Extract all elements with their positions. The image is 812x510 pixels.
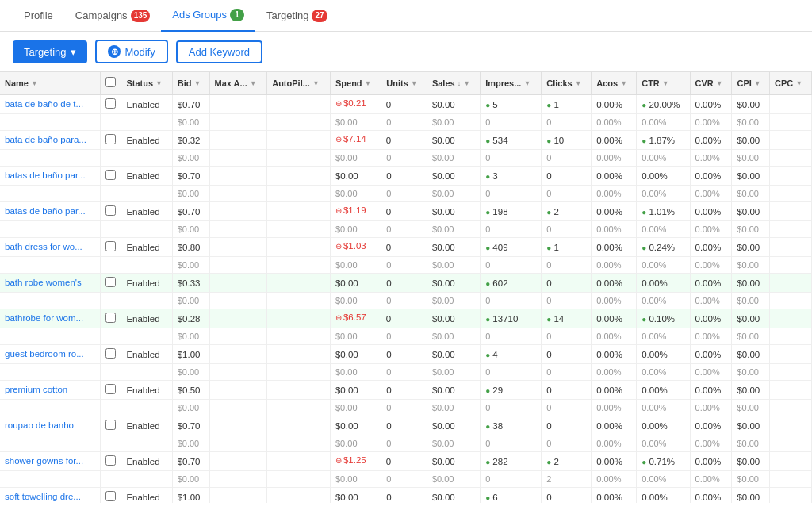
bid-filter-icon[interactable]: ▼ [193,79,201,87]
row-name-link[interactable]: bath dress for wo... [5,242,82,251]
row-name-link[interactable]: roupao de banho [5,420,74,430]
cell-ctr: ● 20.00% [637,94,690,114]
cell-status: Enabled [121,167,172,186]
clicks-filter-icon[interactable]: ▼ [575,79,582,87]
modify-button[interactable]: ⊕ Modify [95,40,167,63]
add-keyword-button[interactable]: Add Keyword [176,40,262,63]
max-a-filter-icon[interactable]: ▼ [250,79,257,87]
sub-cell-checkbox [101,471,121,488]
sub-cell-bid: $0.00 [172,435,209,452]
cell-checkbox [101,345,121,364]
autopil-filter-icon[interactable]: ▼ [312,79,320,87]
cell-clicks: 0 [542,488,592,504]
impressions-filter-icon[interactable]: ▼ [523,79,530,87]
sub-cell-spend: $0.00 [330,293,381,309]
cell-bid: $1.00 [172,345,209,364]
cell-checkbox [101,202,121,221]
sales-filter-icon[interactable]: ▼ [463,79,470,87]
col-cpi: CPI ▼ [732,72,770,94]
sub-cell-cpi: $0.00 [732,328,770,345]
select-all-checkbox[interactable] [105,77,116,87]
cell-acos: 0.00% [592,238,637,257]
row-checkbox[interactable] [105,241,116,251]
row-checkbox[interactable] [105,205,116,216]
row-name-link[interactable]: bathrobe for wom... [5,313,83,323]
ctr-filter-icon[interactable]: ▼ [662,79,669,87]
row-name-link[interactable]: premium cotton [5,385,67,394]
sub-cell-bid: $0.00 [172,293,209,309]
cell-ctr: 0.00% [637,167,690,186]
ctr-green-dot: ● [642,243,646,252]
sub-cell-impressions: 0 [481,328,542,345]
sub-cell-bid: $0.00 [172,471,209,488]
row-checkbox[interactable] [105,491,116,501]
cell-autopil [267,202,331,221]
col-status: Status ▼ [121,72,172,94]
cell-name: bata de baño de t... [0,94,101,114]
sub-cell-ctr: 0.00% [637,400,690,416]
sub-cell-max-a [209,400,267,416]
cell-status: Enabled [121,94,172,114]
cpc-filter-icon[interactable]: ▼ [795,79,802,87]
cell-autopil [267,345,331,364]
sub-cell-clicks: 0 [542,186,592,202]
cell-clicks: ● 14 [542,309,592,328]
cvr-filter-icon[interactable]: ▼ [716,79,723,87]
sub-cell-autopil [267,293,331,309]
row-name-link[interactable]: guest bedroom ro... [5,349,84,359]
cell-checkbox [101,452,121,471]
sub-cell-ctr: 0.00% [637,435,690,452]
row-checkbox[interactable] [105,277,116,287]
row-checkbox[interactable] [105,134,116,144]
name-filter-icon[interactable]: ▼ [31,79,38,87]
sub-cell-status [121,221,172,238]
row-checkbox[interactable] [105,420,116,430]
row-checkbox[interactable] [105,455,116,466]
row-checkbox[interactable] [105,170,116,180]
sub-cell-cvr: 0.00% [690,257,732,274]
row-checkbox[interactable] [105,313,116,323]
ads-groups-badge: 1 [230,9,244,21]
sub-cell-cpc [769,257,811,274]
table-row: premium cotton Enabled $0.50 $0.00 0 $0.… [0,381,812,400]
acos-filter-icon[interactable]: ▼ [620,79,627,87]
nav-campaigns[interactable]: Campaigns 135 [64,0,161,32]
sub-cell-status [121,435,172,452]
row-checkbox[interactable] [105,348,116,359]
cell-impressions: ● 6 [481,488,542,504]
status-filter-icon[interactable]: ▼ [155,79,163,87]
nav-ads-groups[interactable]: Ads Groups 1 [161,0,255,32]
cell-units: 0 [381,202,427,221]
row-name-link[interactable]: bata de baño de t... [5,99,83,109]
sub-cell-checkbox [101,293,121,309]
table-row: bath dress for wo... Enabled $0.80 ⊖$1.0… [0,238,812,257]
nav-targeting[interactable]: Targeting 27 [255,0,339,32]
spend-filter-icon[interactable]: ▼ [365,79,372,87]
sub-cell-bid: $0.00 [172,364,209,381]
row-name-link[interactable]: batas de baño par... [5,171,86,180]
targeting-button[interactable]: Targeting ▾ [13,40,87,63]
sub-cell-sales: $0.00 [427,114,480,131]
row-checkbox[interactable] [105,98,116,109]
sub-cell-cvr: 0.00% [690,114,732,131]
cell-sales: $0.00 [427,452,480,471]
cell-name: guest bedroom ro... [0,345,101,364]
nav-ads-groups-label: Ads Groups [172,9,227,21]
row-name-link[interactable]: shower gowns for... [5,456,83,466]
table-row: bata de baño de t... Enabled $0.70 ⊖$0.2… [0,94,812,114]
sales-sort-icon[interactable]: ↓ [458,79,462,87]
cell-cpi: $0.00 [732,131,770,150]
row-name-link[interactable]: bata de baño para... [5,135,86,144]
units-filter-icon[interactable]: ▼ [411,79,418,87]
sub-cell-impressions: 0 [481,293,542,309]
row-name-link[interactable]: bath robe women's [5,278,82,287]
cpi-filter-icon[interactable]: ▼ [754,79,761,87]
cell-status: Enabled [121,131,172,150]
row-checkbox[interactable] [105,384,116,394]
cell-impressions: ● 3 [481,167,542,186]
clicks-green-dot: ● [546,208,551,217]
cell-spend: ⊖$1.19 [331,202,381,218]
nav-profile[interactable]: Profile [13,0,64,32]
row-name-link[interactable]: soft towelling dre... [5,492,81,501]
row-name-link[interactable]: batas de baño par... [5,206,86,216]
